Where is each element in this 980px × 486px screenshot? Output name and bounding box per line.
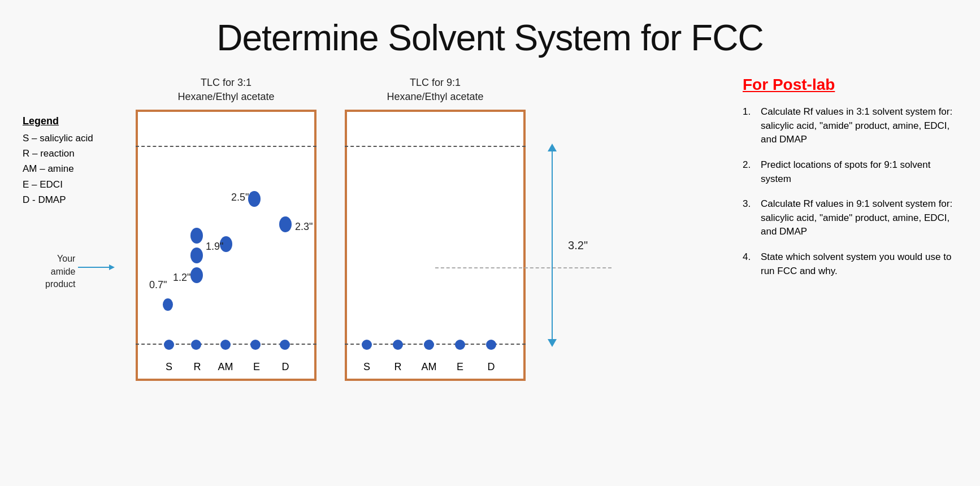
measure-d-high: 2.5" [231, 192, 249, 203]
legend-item-e: E – EDCI [23, 177, 119, 192]
tlc-31-plate: 0.7" 1.2" [136, 110, 316, 381]
col-label-r-31: R [194, 361, 201, 373]
col-label-e-91: E [457, 361, 463, 373]
spot-r-1 [190, 267, 203, 285]
spot-d-low [279, 216, 292, 235]
postlab-item-4: 4. State which solvent system you would … [743, 250, 957, 278]
origin-spot-91-s [362, 340, 372, 350]
svg-marker-2 [548, 144, 557, 151]
page-title: Determine Solvent System for FCC [0, 0, 980, 70]
spot-d-high [248, 191, 261, 209]
spot-r-2 [190, 248, 203, 266]
origin-spot-s [164, 340, 174, 350]
solvent-front-31 [136, 146, 316, 147]
measure-r: 1.2" [173, 272, 190, 284]
col-label-s-31: S [166, 361, 172, 373]
origin-spot-91-r [393, 340, 403, 350]
svg-marker-1 [109, 264, 115, 270]
col-label-am-31: AM [218, 361, 233, 373]
origin-line-91 [345, 344, 526, 345]
origin-spot-am [220, 340, 231, 350]
tlc-31-label: TLC for 3:1 Hexane/Ethyl acetate [177, 76, 274, 104]
amide-arrow-icon [78, 263, 115, 272]
solvent-front-91 [345, 146, 526, 147]
spot-s-1 [163, 298, 173, 311]
spot-r-3 [190, 228, 203, 246]
mid-dashed-91 [435, 267, 612, 268]
legend-item-am: AM – amine [23, 161, 119, 176]
postlab-item-3: 3. Calculate Rf values in 9:1 solvent sy… [743, 197, 957, 239]
measure-d-low: 2.3" [295, 221, 313, 233]
tlc-section: TLC for 3:1 Hexane/Ethyl acetate [136, 70, 726, 381]
origin-spot-91-e [455, 340, 465, 350]
amide-annotation: Your amide product [45, 253, 75, 290]
col-label-d-91: D [488, 361, 495, 373]
postlab-item-2: 2. Predict locations of spots for 9:1 so… [743, 158, 957, 186]
origin-spot-r [191, 340, 201, 350]
svg-marker-3 [548, 339, 557, 347]
legend-item-r: R – reaction [23, 146, 119, 161]
postlab-list: 1. Calculate Rf values in 3:1 solvent sy… [743, 105, 957, 278]
arrow-up-icon [548, 144, 557, 151]
tlc-plate-31: TLC for 3:1 Hexane/Ethyl acetate [136, 76, 316, 381]
origin-spot-91-d [486, 340, 496, 350]
tlc-91-plate: S R AM E D [345, 110, 526, 381]
measure-am: 1.9" [206, 241, 223, 253]
col-label-r-91: R [394, 361, 402, 373]
legend-section: Legend S – salicylic acid R – reaction A… [23, 70, 119, 207]
origin-spot-e [250, 340, 261, 350]
col-label-s-91: S [363, 361, 370, 373]
arrow-down-icon [548, 339, 557, 347]
col-label-e-31: E [253, 361, 260, 373]
tlc-plate-91: TLC for 9:1 Hexane/Ethyl acetate [345, 76, 526, 381]
legend-title: Legend [23, 115, 119, 127]
col-label-am-91: AM [422, 361, 437, 373]
tlc-91-label: TLC for 9:1 Hexane/Ethyl acetate [387, 76, 483, 104]
legend-item-d: D - DMAP [23, 192, 119, 207]
origin-spot-d [280, 340, 290, 350]
col-label-d-31: D [282, 361, 289, 373]
legend-item-s: S – salicylic acid [23, 131, 119, 146]
measure-91: 3.2" [568, 239, 588, 252]
postlab-item-1: 1. Calculate Rf values in 3:1 solvent sy… [743, 105, 957, 147]
origin-spot-91-am [424, 340, 434, 350]
vertical-measure-arrow [548, 144, 557, 347]
postlab-title: For Post-lab [743, 76, 957, 94]
postlab-section: For Post-lab 1. Calculate Rf values in 3… [743, 70, 957, 289]
measure-s: 0.7" [149, 279, 167, 291]
